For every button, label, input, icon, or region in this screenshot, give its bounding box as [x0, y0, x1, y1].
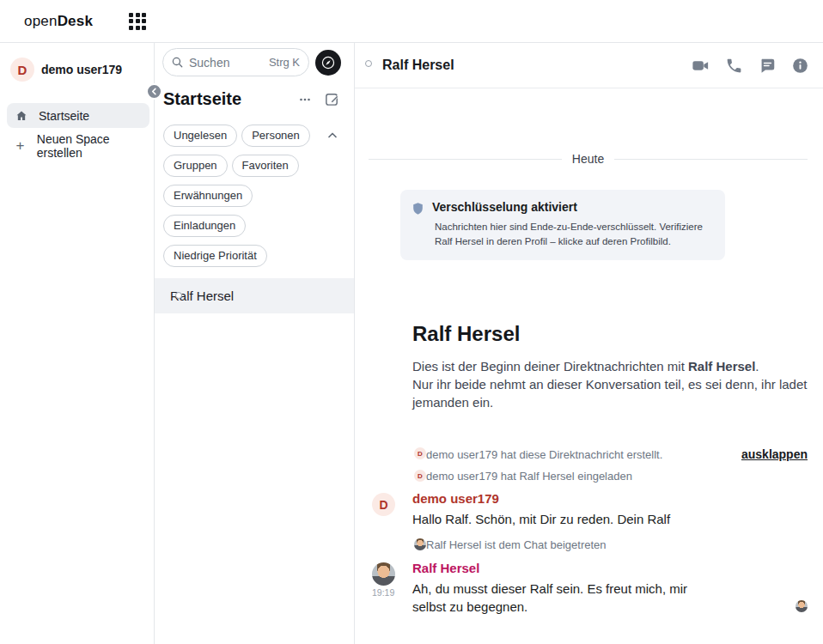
sidebar-item-label: Startseite [39, 109, 89, 123]
create-space-button[interactable]: + Neuen Space erstellen [7, 133, 149, 158]
compass-icon [321, 56, 335, 70]
filter-chip-gruppen[interactable]: Gruppen [163, 155, 228, 177]
app-launcher-icon[interactable] [129, 13, 146, 30]
encryption-body: Nachrichten hier sind Ende-zu-Ende-versc… [435, 220, 713, 249]
event-avatar: D [414, 447, 426, 459]
explore-rooms-button[interactable] [315, 50, 341, 76]
room-list-header: Startseite [155, 82, 354, 116]
room-intro-line2: Nur ihr beide nehmt an dieser Konversati… [412, 375, 808, 411]
search-shortcut: Strg K [269, 56, 300, 69]
filter-chip-niedrige-prioritaet[interactable]: Niedrige Priorität [163, 245, 267, 267]
message-timestamp: 19:19 [372, 587, 406, 598]
room-filters: UngelesenPersonenGruppenFavoritenErwähnu… [155, 116, 354, 278]
plus-icon: + [14, 138, 27, 153]
chat-header: Ralf Hersel [355, 43, 823, 88]
compose-icon[interactable] [322, 89, 342, 109]
app-root: openDesk D demo user179 Startseite + N [0, 0, 823, 644]
presence-indicator [365, 60, 372, 67]
encryption-title: Verschlüsselung aktiviert [432, 200, 577, 214]
chevron-up-icon [326, 130, 338, 142]
space-panel: D demo user179 Startseite + Neuen Space … [0, 43, 155, 644]
room-list-panel: Strg K Startseite Ung [155, 43, 355, 644]
top-bar: openDesk [0, 0, 823, 43]
sender-name[interactable]: demo user179 [412, 491, 808, 506]
filter-chip-ungelesen[interactable]: Ungelesen [163, 125, 237, 147]
collapse-sidebar-button[interactable] [146, 83, 162, 100]
sender-avatar[interactable] [372, 562, 395, 586]
room-list-options-icon[interactable] [296, 90, 314, 109]
user-name: demo user179 [41, 63, 122, 76]
read-receipt-avatar[interactable] [796, 600, 808, 612]
timeline-events: D demo user179 hat diese Direktnachricht… [355, 447, 808, 483]
user-menu[interactable]: D demo user179 [0, 55, 154, 84]
date-separator-label: Heute [572, 152, 604, 166]
message-body: Ah, du musst dieser Ralf sein. Es freut … [412, 580, 701, 616]
filter-chip-einladungen[interactable]: Einladungen [163, 215, 246, 237]
sidebar-item-startseite[interactable]: Startseite [7, 103, 149, 128]
collapse-filters-button[interactable] [325, 128, 340, 143]
event-avatar [414, 538, 426, 550]
sender-name[interactable]: Ralf Hersel [412, 561, 808, 575]
chat-room-title[interactable]: Ralf Hersel [382, 58, 680, 73]
message-body: Hallo Ralf. Schön, mit Dir zu reden. Dei… [412, 510, 701, 528]
search-input[interactable] [189, 56, 264, 70]
date-separator: Heute [355, 152, 808, 166]
home-icon [14, 109, 28, 123]
encryption-notice: Verschlüsselung aktiviert Nachrichten hi… [400, 190, 725, 260]
event-user-invited: D demo user179 hat Ralf Hersel eingelade… [355, 470, 808, 483]
video-call-icon[interactable] [689, 54, 712, 77]
room-intro-line1: Dies ist der Beginn deiner Direktnachric… [412, 357, 808, 375]
opendesk-logo: openDesk [24, 13, 93, 30]
message[interactable]: D demo user179 Hallo Ralf. Schön, mit Di… [355, 491, 808, 528]
room-info-icon[interactable] [789, 55, 811, 76]
threads-icon[interactable] [756, 54, 778, 76]
create-space-label: Neuen Space erstellen [37, 132, 143, 160]
chevron-left-icon [150, 88, 158, 95]
filter-chip-personen[interactable]: Personen [241, 125, 310, 147]
filter-chip-erwaehnungen[interactable]: Erwähnungen [163, 185, 253, 207]
event-user-joined: Ralf Hersel ist dem Chat beigetreten [355, 538, 808, 551]
voice-call-icon[interactable] [723, 55, 745, 76]
room-list-toolbar: Strg K [155, 43, 354, 82]
room-intro: Ralf Hersel Dies ist der Beginn deiner D… [355, 291, 808, 411]
shield-icon [411, 201, 425, 216]
presence-indicator [175, 292, 182, 299]
user-avatar: D [10, 58, 34, 82]
chat-panel: Ralf Hersel [355, 43, 823, 644]
main-layout: D demo user179 Startseite + Neuen Space … [0, 43, 823, 644]
room-intro-heading: Ralf Hersel [412, 322, 808, 346]
room-list-title: Startseite [163, 89, 296, 109]
expand-events-link[interactable]: ausklappen [741, 447, 808, 461]
filter-chip-favoriten[interactable]: Favoriten [232, 155, 299, 177]
search-icon [171, 56, 184, 69]
message-timeline[interactable]: Heute Verschlüsselung aktiviert Nachrich… [355, 88, 823, 644]
chat-actions [689, 54, 811, 77]
room-list-item[interactable]: Ralf Hersel [155, 278, 354, 313]
event-avatar: D [414, 470, 426, 482]
sender-avatar[interactable]: D [372, 493, 395, 516]
search-box[interactable]: Strg K [162, 48, 309, 76]
message[interactable]: 19:19 Ralf Hersel Ah, du musst dieser Ra… [355, 561, 808, 616]
event-room-created: D demo user179 hat diese Direktnachricht… [355, 447, 808, 461]
